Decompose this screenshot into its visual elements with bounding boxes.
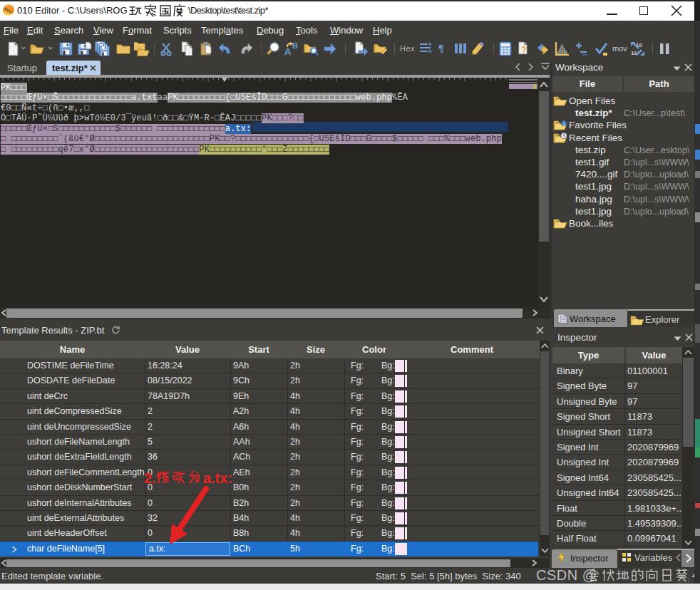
svg-text:B: B [292,41,298,50]
svg-text:A: A [284,46,292,56]
svg-text:?: ? [521,44,527,55]
svg-text:16: 16 [631,50,637,56]
svg-text:¶: ¶ [438,43,444,54]
